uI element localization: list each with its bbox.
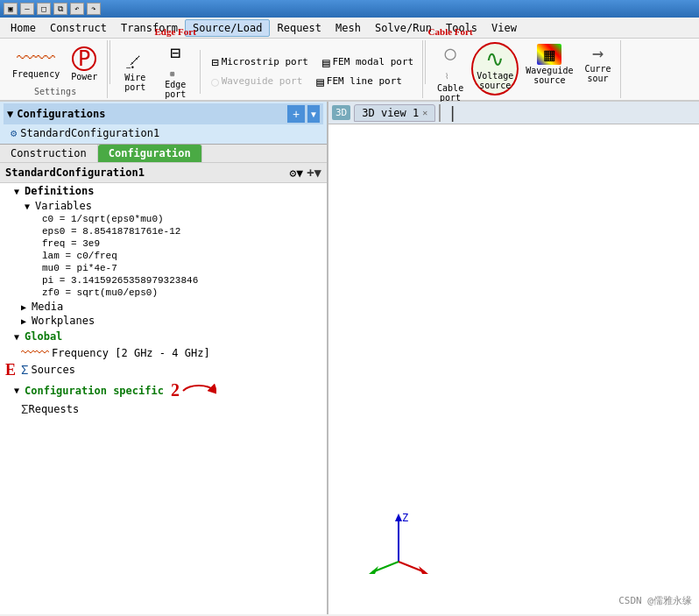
settings-items: 〰〰 Frequency P Power — [9, 42, 102, 85]
config-dropdown-button[interactable]: ▼ — [307, 105, 320, 123]
workplanes-arrow[interactable]: ▶ — [21, 316, 32, 326]
view-tabs: 3D 3D view 1 ✕ | — [328, 102, 699, 124]
var-c0: c0 = 1/sqrt(eps0*mu0) — [0, 213, 327, 225]
view-content: Z CSDN @儒雅永缘 — [328, 124, 699, 614]
microstrip-icon: ⊟ — [211, 55, 218, 69]
undo-btn[interactable]: ↶ — [70, 3, 84, 15]
frequency-row[interactable]: 〰〰 Frequency [2 GHz - 4 GHz] — [0, 343, 327, 362]
panel-tabs: Construction Configuration — [0, 145, 327, 163]
sources-row[interactable]: Σ Sources E — [0, 362, 327, 378]
separator-1 — [109, 40, 110, 84]
frequency-tree-icon: 〰〰 — [21, 344, 49, 361]
wire-port-button[interactable]: ⟋─• Wireport — [117, 49, 152, 94]
var-freq-text: freq = 3e9 — [42, 238, 100, 249]
tab-construction[interactable]: Construction — [0, 145, 98, 162]
view-separator — [439, 104, 441, 122]
watermark: CSDN @儒雅永缘 — [618, 594, 692, 607]
voltage-source-label: Voltagesource — [477, 71, 513, 90]
definitions-arrow[interactable]: ▼ — [14, 187, 25, 196]
microstrip-port-button[interactable]: ⊟ Microstrip port — [208, 53, 312, 71]
microstrip-label: Microstrip port — [222, 56, 308, 67]
definitions-label: Definitions — [25, 185, 94, 197]
axes-widget: Z — [364, 509, 434, 579]
edge-port-label: Edgeport — [165, 80, 186, 99]
var-pi-text: pi = 3.14159265358979323846 — [42, 275, 198, 286]
sources-items: ○⌇ Cableport Cable Fort ∿ Voltagesource … — [433, 42, 615, 104]
tree-header-title: StandardConfiguration1 — [5, 166, 145, 179]
config-specific-row[interactable]: ▼ Configuration specific 2 — [0, 379, 327, 401]
fem-modal-icon: ▤ — [322, 55, 329, 69]
menu-source-load[interactable]: Source/Load — [185, 19, 270, 37]
cable-port-button[interactable]: ○⌇ Cableport Cable Fort — [433, 42, 468, 104]
edge-fort-annotation: Edge Fort — [155, 26, 196, 37]
cable-fort-annotation: Cable Fort — [428, 26, 473, 37]
menu-mesh[interactable]: Mesh — [328, 20, 368, 36]
configurations-panel: ▼ Configurations + ▼ ⚙ StandardConfigura… — [0, 102, 327, 145]
sources-tree-label: Sources — [31, 364, 75, 376]
fem-line-icon: ▤ — [316, 74, 323, 89]
maximize-btn[interactable]: □ — [37, 3, 51, 15]
config-specific-arrow[interactable]: ▼ — [14, 386, 25, 395]
var-mu0-text: mu0 = pi*4e-7 — [42, 263, 117, 273]
cursor-indicator: | — [448, 103, 457, 122]
sources-tree-icon: Σ — [21, 363, 28, 377]
waveguide-port-button: ◯ Waveguide port — [208, 73, 306, 90]
add-configuration-button[interactable]: + — [287, 105, 305, 123]
var-c0-text: c0 = 1/sqrt(eps0*mu0) — [42, 214, 164, 224]
voltage-source-button[interactable]: ∿ Voltagesource — [471, 42, 519, 96]
config-header-right: + ▼ — [287, 105, 320, 123]
current-source-button[interactable]: → Curresour — [580, 42, 615, 85]
svg-text:Z: Z — [402, 512, 408, 524]
voltage-source-icon: ∿ — [485, 47, 505, 70]
media-arrow[interactable]: ▶ — [21, 302, 32, 312]
definitions-row[interactable]: ▼ Definitions — [0, 184, 327, 198]
restore-btn[interactable]: ⧉ — [53, 3, 67, 15]
cable-port-label: Cableport — [437, 83, 463, 103]
right-panel: 3D 3D view 1 ✕ | Z — [328, 102, 699, 614]
menu-home[interactable]: Home — [4, 20, 43, 36]
ribbon-group-settings: 〰〰 Frequency P Power Settings — [4, 40, 108, 98]
requests-label: Requests — [28, 403, 79, 415]
workplanes-row[interactable]: ▶ Workplanes — [0, 314, 327, 328]
tree-settings-icon[interactable]: ⚙▼ — [289, 166, 303, 180]
frequency-button[interactable]: 〰〰 Frequency — [9, 47, 63, 81]
power-label: Power — [71, 72, 97, 81]
global-row[interactable]: ▼ Global — [0, 329, 327, 343]
variables-row[interactable]: ▼ Variables — [0, 199, 327, 213]
edge-port-button[interactable]: ⊟⊞ Edgeport Edge Fort — [158, 42, 193, 101]
waveguide-source-button[interactable]: ▦ Waveguidesource — [522, 42, 576, 87]
tree-add-button[interactable]: +▼ — [307, 166, 321, 180]
global-label: Global — [25, 330, 62, 343]
requests-row[interactable]: Σ Requests — [0, 401, 327, 417]
var-pi: pi = 3.14159265358979323846 — [0, 274, 327, 287]
config-specific-label: Configuration specific — [25, 385, 164, 397]
redo-btn[interactable]: ↷ — [87, 3, 101, 15]
arrow-annotation — [181, 382, 216, 400]
waveguide-port-icon: ◯ — [211, 74, 218, 89]
menu-construct[interactable]: Construct — [43, 20, 114, 36]
fem-modal-port-button[interactable]: ▤ FEM modal port — [319, 53, 417, 71]
tab-configuration[interactable]: Configuration — [98, 145, 202, 162]
global-item: ▼ Global 〰〰 Frequency [2 GHz - 4 GHz] Σ … — [0, 329, 327, 379]
media-row[interactable]: ▶ Media — [0, 300, 327, 314]
view-tab-close[interactable]: ✕ — [422, 108, 427, 117]
frequency-label: Frequency — [12, 69, 60, 79]
ribbon-group-sources: ○⌇ Cableport Cable Fort ∿ Voltagesource … — [427, 40, 621, 98]
view-tab-3d[interactable]: 3D view 1 ✕ — [354, 104, 435, 122]
ribbon-content: 〰〰 Frequency P Power Settings ⟋─• Wirepo… — [0, 39, 699, 100]
menu-request[interactable]: Request — [270, 20, 328, 36]
fem-line-port-button[interactable]: ▤ FEM line port — [313, 73, 406, 90]
variables-arrow[interactable]: ▼ — [25, 202, 35, 211]
wire-port-icon: ⟋─• — [126, 51, 144, 72]
config-specific-item: ▼ Configuration specific 2 Σ Requests — [0, 379, 327, 418]
global-arrow[interactable]: ▼ — [14, 332, 25, 342]
tree-panel: ▼ Definitions ▼ Variables c0 = 1/sqrt(ep… — [0, 183, 327, 614]
collapse-arrow[interactable]: ▼ — [7, 108, 13, 120]
title-bar-icons: ▣ — □ ⧉ ↶ ↷ — [4, 3, 101, 15]
minimize-btn[interactable]: — — [20, 3, 34, 15]
two-annotation: 2 — [171, 380, 180, 400]
current-source-icon: → — [592, 44, 604, 63]
menu-view[interactable]: View — [484, 20, 524, 36]
power-button[interactable]: P Power — [67, 45, 102, 83]
configurations-title: Configurations — [17, 108, 105, 120]
